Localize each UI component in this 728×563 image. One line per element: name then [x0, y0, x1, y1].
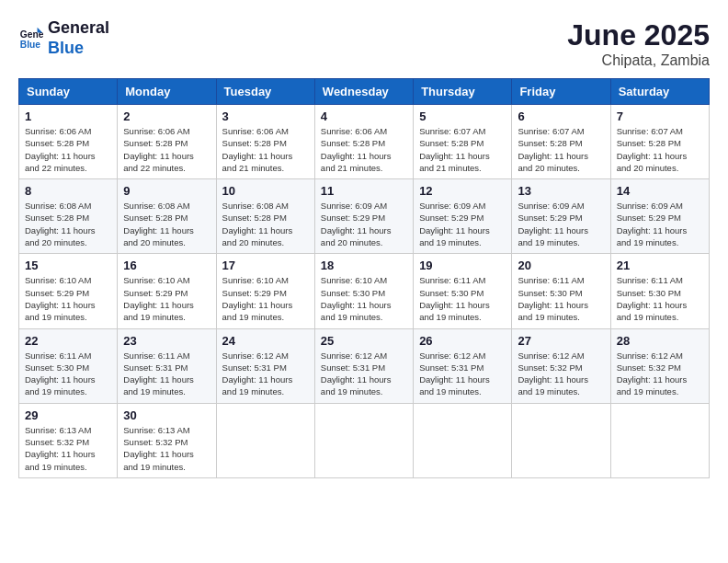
day-info: Sunrise: 6:12 AMSunset: 5:31 PMDaylight:… — [419, 350, 506, 398]
calendar-table: Sunday Monday Tuesday Wednesday Thursday… — [18, 78, 710, 478]
day-number: 18 — [321, 259, 407, 272]
calendar-cell: 15Sunrise: 6:10 AMSunset: 5:29 PMDayligh… — [19, 254, 118, 328]
calendar-cell: 22Sunrise: 6:11 AMSunset: 5:30 PMDayligh… — [19, 328, 118, 403]
day-number: 12 — [419, 184, 506, 198]
day-info: Sunrise: 6:09 AMSunset: 5:29 PMDaylight:… — [321, 200, 407, 248]
calendar-cell: 12Sunrise: 6:09 AMSunset: 5:29 PMDayligh… — [414, 179, 512, 254]
day-number: 27 — [518, 334, 604, 348]
calendar-cell: 9Sunrise: 6:08 AMSunset: 5:28 PMDaylight… — [118, 179, 216, 254]
calendar-cell: 11Sunrise: 6:09 AMSunset: 5:29 PMDayligh… — [314, 179, 413, 254]
calendar-row-1: 1Sunrise: 6:06 AMSunset: 5:28 PMDaylight… — [19, 105, 710, 179]
calendar-row-4: 22Sunrise: 6:11 AMSunset: 5:30 PMDayligh… — [19, 328, 710, 403]
day-info: Sunrise: 6:13 AMSunset: 5:32 PMDaylight:… — [25, 424, 111, 473]
day-info: Sunrise: 6:07 AMSunset: 5:28 PMDaylight:… — [419, 125, 506, 174]
day-info: Sunrise: 6:12 AMSunset: 5:31 PMDaylight:… — [222, 350, 309, 398]
day-number: 2 — [123, 109, 210, 123]
day-info: Sunrise: 6:11 AMSunset: 5:30 PMDaylight:… — [25, 350, 111, 398]
day-number: 1 — [25, 109, 111, 123]
calendar-cell — [512, 403, 610, 477]
calendar-cell: 30Sunrise: 6:13 AMSunset: 5:32 PMDayligh… — [118, 403, 216, 477]
day-info: Sunrise: 6:12 AMSunset: 5:32 PMDaylight:… — [617, 350, 703, 398]
calendar-cell: 14Sunrise: 6:09 AMSunset: 5:29 PMDayligh… — [610, 179, 709, 254]
calendar-cell: 2Sunrise: 6:06 AMSunset: 5:28 PMDaylight… — [118, 105, 216, 179]
calendar-cell: 23Sunrise: 6:11 AMSunset: 5:31 PMDayligh… — [118, 328, 216, 403]
col-sunday: Sunday — [19, 79, 118, 105]
day-info: Sunrise: 6:10 AMSunset: 5:29 PMDaylight:… — [123, 274, 210, 323]
col-saturday: Saturday — [610, 79, 709, 105]
page-header: General Blue GeneralBlue June 2025 Chipa… — [18, 18, 710, 69]
calendar-header-row: Sunday Monday Tuesday Wednesday Thursday… — [19, 79, 710, 105]
day-info: Sunrise: 6:11 AMSunset: 5:30 PMDaylight:… — [419, 274, 506, 323]
calendar-cell — [610, 403, 709, 477]
day-info: Sunrise: 6:13 AMSunset: 5:32 PMDaylight:… — [123, 424, 210, 473]
day-number: 28 — [617, 334, 703, 348]
calendar-cell: 13Sunrise: 6:09 AMSunset: 5:29 PMDayligh… — [512, 179, 610, 254]
calendar-cell — [314, 403, 413, 477]
calendar-cell: 21Sunrise: 6:11 AMSunset: 5:30 PMDayligh… — [610, 254, 709, 328]
day-number: 4 — [321, 109, 407, 123]
day-number: 20 — [518, 259, 604, 272]
day-info: Sunrise: 6:07 AMSunset: 5:28 PMDaylight:… — [518, 125, 604, 174]
calendar-row-3: 15Sunrise: 6:10 AMSunset: 5:29 PMDayligh… — [19, 254, 710, 328]
day-info: Sunrise: 6:10 AMSunset: 5:29 PMDaylight:… — [25, 274, 111, 323]
calendar-cell — [414, 403, 512, 477]
calendar-cell: 27Sunrise: 6:12 AMSunset: 5:32 PMDayligh… — [512, 328, 610, 403]
day-number: 24 — [222, 334, 309, 348]
day-number: 16 — [123, 259, 210, 272]
calendar-cell: 4Sunrise: 6:06 AMSunset: 5:28 PMDaylight… — [314, 105, 413, 179]
calendar-cell: 26Sunrise: 6:12 AMSunset: 5:31 PMDayligh… — [414, 328, 512, 403]
calendar-cell: 19Sunrise: 6:11 AMSunset: 5:30 PMDayligh… — [414, 254, 512, 328]
day-number: 22 — [25, 334, 111, 348]
calendar-cell: 16Sunrise: 6:10 AMSunset: 5:29 PMDayligh… — [118, 254, 216, 328]
col-thursday: Thursday — [414, 79, 512, 105]
location: Chipata, Zambia — [567, 52, 710, 69]
calendar-cell — [216, 403, 314, 477]
day-number: 15 — [25, 259, 111, 272]
day-info: Sunrise: 6:11 AMSunset: 5:30 PMDaylight:… — [617, 274, 703, 323]
day-number: 19 — [419, 259, 506, 272]
calendar-cell: 3Sunrise: 6:06 AMSunset: 5:28 PMDaylight… — [216, 105, 314, 179]
day-info: Sunrise: 6:06 AMSunset: 5:28 PMDaylight:… — [25, 125, 111, 174]
day-number: 5 — [419, 109, 506, 123]
calendar-cell: 18Sunrise: 6:10 AMSunset: 5:30 PMDayligh… — [314, 254, 413, 328]
col-wednesday: Wednesday — [314, 79, 413, 105]
day-number: 29 — [25, 408, 111, 422]
calendar-cell: 10Sunrise: 6:08 AMSunset: 5:28 PMDayligh… — [216, 179, 314, 254]
day-info: Sunrise: 6:11 AMSunset: 5:31 PMDaylight:… — [123, 350, 210, 398]
day-info: Sunrise: 6:07 AMSunset: 5:28 PMDaylight:… — [617, 125, 703, 174]
day-number: 26 — [419, 334, 506, 348]
day-number: 30 — [123, 408, 210, 422]
day-number: 6 — [518, 109, 604, 123]
day-number: 7 — [617, 109, 703, 123]
logo-text: GeneralBlue — [48, 18, 109, 58]
day-info: Sunrise: 6:11 AMSunset: 5:30 PMDaylight:… — [518, 274, 604, 323]
day-number: 21 — [617, 259, 703, 272]
col-tuesday: Tuesday — [216, 79, 314, 105]
calendar-row-2: 8Sunrise: 6:08 AMSunset: 5:28 PMDaylight… — [19, 179, 710, 254]
day-number: 3 — [222, 109, 309, 123]
title-section: June 2025 Chipata, Zambia — [567, 18, 710, 69]
day-number: 14 — [617, 184, 703, 198]
day-number: 13 — [518, 184, 604, 198]
day-info: Sunrise: 6:12 AMSunset: 5:31 PMDaylight:… — [321, 350, 407, 398]
logo-icon: General Blue — [18, 26, 44, 52]
col-monday: Monday — [118, 79, 216, 105]
month-year: June 2025 — [567, 18, 710, 52]
calendar-cell: 6Sunrise: 6:07 AMSunset: 5:28 PMDaylight… — [512, 105, 610, 179]
day-info: Sunrise: 6:12 AMSunset: 5:32 PMDaylight:… — [518, 350, 604, 398]
day-number: 17 — [222, 259, 309, 272]
svg-text:Blue: Blue — [20, 40, 41, 50]
calendar-cell: 1Sunrise: 6:06 AMSunset: 5:28 PMDaylight… — [19, 105, 118, 179]
calendar-cell: 29Sunrise: 6:13 AMSunset: 5:32 PMDayligh… — [19, 403, 118, 477]
day-info: Sunrise: 6:06 AMSunset: 5:28 PMDaylight:… — [222, 125, 309, 174]
calendar-cell: 8Sunrise: 6:08 AMSunset: 5:28 PMDaylight… — [19, 179, 118, 254]
day-info: Sunrise: 6:06 AMSunset: 5:28 PMDaylight:… — [321, 125, 407, 174]
calendar-cell: 7Sunrise: 6:07 AMSunset: 5:28 PMDaylight… — [610, 105, 709, 179]
day-number: 11 — [321, 184, 407, 198]
day-info: Sunrise: 6:08 AMSunset: 5:28 PMDaylight:… — [25, 200, 111, 248]
day-number: 10 — [222, 184, 309, 198]
day-info: Sunrise: 6:06 AMSunset: 5:28 PMDaylight:… — [123, 125, 210, 174]
day-info: Sunrise: 6:08 AMSunset: 5:28 PMDaylight:… — [123, 200, 210, 248]
day-number: 8 — [25, 184, 111, 198]
calendar-cell: 25Sunrise: 6:12 AMSunset: 5:31 PMDayligh… — [314, 328, 413, 403]
